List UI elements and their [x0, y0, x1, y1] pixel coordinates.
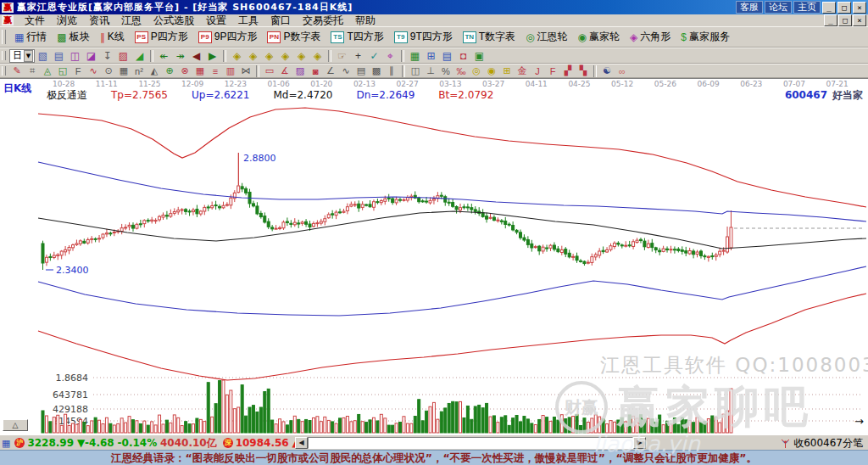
- gann-diamond2-icon[interactable]: ◈: [245, 49, 261, 63]
- t9-square-button[interactable]: T99T四方形: [389, 28, 458, 46]
- menu-item-资讯[interactable]: 资讯: [83, 14, 115, 26]
- gann-circle-icon[interactable]: ⊙: [101, 65, 116, 77]
- gann-diamond3-icon[interactable]: ◈: [261, 49, 277, 63]
- winner-wheel-button[interactable]: ◉赢家轮: [573, 28, 625, 46]
- kline-button[interactable]: ∥K线: [95, 28, 130, 46]
- sine-tool-icon[interactable]: ∿: [338, 65, 353, 77]
- pane-toggle-button[interactable]: △: [3, 419, 28, 431]
- winner-service-button[interactable]: $赢家服务: [676, 28, 735, 46]
- star-tool-icon[interactable]: ⊗: [177, 65, 192, 77]
- price-grid-icon[interactable]: ▥: [223, 65, 238, 77]
- scrollbar-left-button[interactable]: ◀: [295, 437, 308, 449]
- wheel-small-icon[interactable]: ⊕: [162, 65, 177, 77]
- restore-button[interactable]: □: [837, 2, 851, 14]
- chart-panel-icon[interactable]: ◫: [67, 49, 83, 63]
- screen-grid-icon[interactable]: ▦: [407, 49, 423, 63]
- square-number-icon[interactable]: n²: [131, 65, 147, 77]
- scrollbar-right-button[interactable]: ▶: [633, 437, 646, 449]
- calculator-icon[interactable]: ⊞: [423, 49, 439, 63]
- baseline-icon[interactable]: ⊥: [423, 65, 438, 77]
- titlebar-link-1[interactable]: 客服: [736, 1, 763, 14]
- percent-icon[interactable]: %: [438, 65, 453, 77]
- gann-diamond1-icon[interactable]: ◈: [229, 49, 245, 63]
- hand-tool-icon[interactable]: ☞: [334, 49, 350, 63]
- minimize-button[interactable]: _: [822, 2, 836, 14]
- gann-grid-icon[interactable]: ⌗: [25, 65, 40, 77]
- gann-triangle-icon[interactable]: ◬: [40, 65, 55, 77]
- chart-panel2-icon[interactable]: ◪: [83, 49, 99, 63]
- gann-square-icon[interactable]: ◱: [55, 65, 70, 77]
- split-window-icon[interactable]: ◫: [408, 65, 423, 77]
- scroll-right-icon[interactable]: →: [854, 415, 864, 428]
- yinyang-icon[interactable]: ☯: [599, 65, 615, 77]
- slope-down-icon[interactable]: ▚: [576, 65, 591, 77]
- table-tool-icon[interactable]: ▤: [353, 65, 369, 77]
- select-tool-icon[interactable]: ✓: [366, 49, 382, 63]
- target-tool-icon[interactable]: ⌖: [382, 49, 398, 63]
- p9-square-button[interactable]: P99P四方形: [193, 28, 263, 46]
- save-icon[interactable]: ◘: [455, 49, 471, 63]
- t-square-button[interactable]: TST四方形: [326, 28, 388, 46]
- export-icon[interactable]: ▣: [471, 49, 487, 63]
- scrollbar-track[interactable]: [308, 437, 633, 449]
- golden-section-icon[interactable]: 金: [515, 65, 530, 77]
- fibonacci-icon[interactable]: F: [70, 65, 86, 77]
- tick-data-label[interactable]: 收600467分笔: [793, 436, 863, 451]
- child-minimize-button[interactable]: _: [824, 14, 837, 26]
- time-cycle-icon[interactable]: ⋈: [238, 65, 253, 77]
- crosshair-icon[interactable]: +: [350, 49, 366, 63]
- menu-item-工具[interactable]: 工具: [232, 14, 264, 26]
- menu-item-设置[interactable]: 设置: [200, 14, 232, 26]
- angle-tool-icon[interactable]: ∠: [323, 65, 338, 77]
- flag-icon[interactable]: ◢: [131, 49, 147, 63]
- menu-item-窗口[interactable]: 窗口: [264, 14, 297, 26]
- child-close-button[interactable]: ×: [853, 14, 866, 26]
- rays-tool-icon[interactable]: ∡: [277, 65, 292, 77]
- t-table-button[interactable]: TNT数字表: [458, 28, 520, 46]
- slope-up-icon[interactable]: ▞: [560, 65, 576, 77]
- next-bar-icon[interactable]: ▶: [204, 49, 220, 63]
- parallel-icon[interactable]: ∥: [384, 65, 399, 77]
- titlebar-link-3[interactable]: 主页: [793, 1, 821, 14]
- shade-rect-icon[interactable]: ▨: [292, 65, 308, 77]
- menu-item-浏览[interactable]: 浏览: [51, 14, 83, 26]
- gann-diamond4-icon[interactable]: ◈: [277, 49, 293, 63]
- p-square-button[interactable]: PSP四方形: [130, 28, 193, 46]
- j-line-icon[interactable]: J: [530, 65, 545, 77]
- titlebar-link-2[interactable]: 论坛: [765, 1, 792, 14]
- wave-tool-icon[interactable]: ∿: [86, 65, 101, 77]
- rect-tool-icon[interactable]: ▭: [262, 65, 277, 77]
- p-table-button[interactable]: PNP数字表: [262, 28, 326, 46]
- gann-wheel-button[interactable]: ◎江恩轮: [520, 28, 572, 46]
- permille-icon[interactable]: ‰: [453, 65, 469, 77]
- sectors-button[interactable]: ▩板块: [52, 28, 94, 46]
- overlay-icon[interactable]: ▨: [115, 49, 131, 63]
- status-scrollbar[interactable]: ◀ ▶: [295, 437, 646, 449]
- golden-circle-icon[interactable]: ◎: [469, 65, 484, 77]
- market-window-icon[interactable]: ▧: [35, 49, 51, 63]
- f-line-icon[interactable]: F: [545, 65, 560, 77]
- info-panel-icon[interactable]: ▤: [51, 49, 67, 63]
- menu-item-公式选股[interactable]: 公式选股: [147, 14, 200, 26]
- notes-icon[interactable]: ▤: [439, 49, 455, 63]
- menu-item-交易委托[interactable]: 交易委托: [297, 14, 349, 26]
- quote-grid-icon[interactable]: ▦: [2, 438, 10, 449]
- golden-circle2-icon[interactable]: ◉: [484, 65, 499, 77]
- gann-diamond5-icon[interactable]: ◈: [293, 49, 309, 63]
- gann-diamond6-icon[interactable]: ◈: [309, 49, 326, 63]
- circle-tool-icon[interactable]: ◙: [308, 65, 323, 77]
- period-daily-combo[interactable]: 日▼: [9, 49, 35, 63]
- grid-dense-icon[interactable]: ▦: [116, 65, 131, 77]
- apex-icon[interactable]: ◭: [147, 65, 162, 77]
- quotes-button[interactable]: ▦行情: [9, 28, 52, 46]
- child-restore-button[interactable]: □: [838, 14, 852, 26]
- menu-item-文件[interactable]: 文件: [19, 14, 51, 26]
- pen-tool-icon[interactable]: ✎: [9, 65, 25, 77]
- close-button[interactable]: ×: [853, 2, 866, 14]
- last-bar-icon[interactable]: ↠: [172, 49, 188, 63]
- golden-grid-icon[interactable]: ⊞: [499, 65, 515, 77]
- infinity-icon[interactable]: ∞: [615, 65, 630, 77]
- red-grid-icon[interactable]: ▦: [192, 65, 208, 77]
- menu-item-帮助[interactable]: 帮助: [349, 14, 381, 26]
- hexagon-button[interactable]: ◈六角形: [625, 28, 676, 46]
